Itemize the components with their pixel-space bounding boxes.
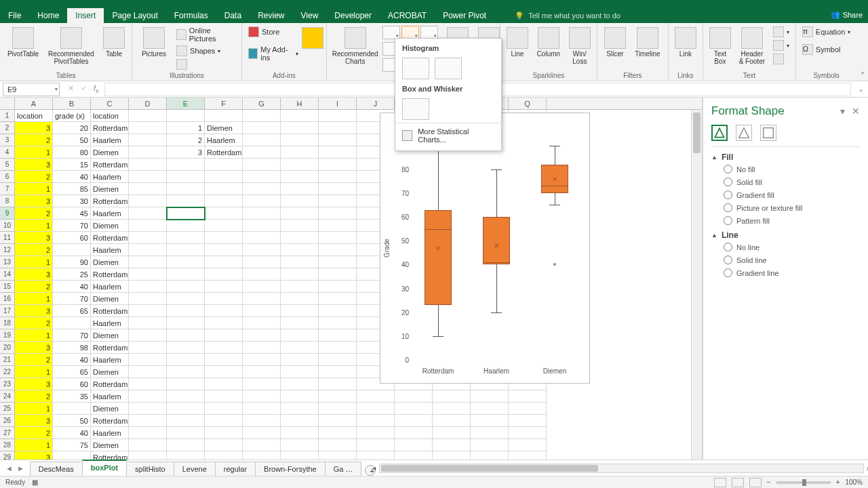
effects-tab[interactable] bbox=[736, 125, 752, 141]
cell[interactable] bbox=[395, 427, 433, 439]
cell[interactable] bbox=[357, 451, 395, 460]
cell[interactable] bbox=[509, 427, 547, 439]
col-header-C[interactable]: C bbox=[91, 98, 129, 109]
zoom-in-button[interactable]: + bbox=[836, 479, 840, 486]
cell[interactable] bbox=[243, 268, 281, 281]
cell[interactable] bbox=[433, 390, 471, 403]
cell[interactable] bbox=[357, 390, 395, 403]
cell[interactable] bbox=[281, 122, 319, 134]
cell[interactable] bbox=[243, 342, 281, 354]
cell[interactable] bbox=[167, 183, 205, 195]
cell[interactable] bbox=[509, 415, 547, 427]
cell[interactable] bbox=[167, 256, 205, 268]
cell[interactable]: 1 bbox=[15, 256, 53, 268]
option-solid-fill[interactable]: Solid fill bbox=[724, 178, 860, 186]
cell[interactable] bbox=[53, 403, 91, 415]
statistic-chart-button[interactable]: ▾ bbox=[401, 26, 419, 39]
cell[interactable] bbox=[205, 390, 243, 403]
row-header[interactable]: 5 bbox=[0, 159, 15, 171]
cell[interactable] bbox=[205, 329, 243, 342]
cell[interactable]: Diemen bbox=[91, 439, 129, 451]
cell[interactable] bbox=[205, 403, 243, 415]
cell[interactable]: location bbox=[15, 110, 53, 122]
cell[interactable] bbox=[281, 281, 319, 293]
header-footer-button[interactable]: Header & Footer bbox=[736, 26, 768, 66]
cell[interactable] bbox=[319, 134, 357, 146]
cell[interactable] bbox=[243, 244, 281, 256]
cell[interactable]: Diemen bbox=[91, 183, 129, 195]
normal-view-button[interactable] bbox=[714, 478, 726, 487]
row-header[interactable]: 27 bbox=[0, 427, 15, 439]
cell[interactable] bbox=[243, 378, 281, 390]
cell[interactable] bbox=[167, 159, 205, 171]
bing-maps-button[interactable] bbox=[303, 26, 322, 50]
cell[interactable]: 3 bbox=[15, 378, 53, 390]
hscroll-left[interactable]: ◄ bbox=[369, 464, 378, 472]
row-header[interactable]: 22 bbox=[0, 366, 15, 378]
cell[interactable] bbox=[319, 427, 357, 439]
row-header[interactable]: 28 bbox=[0, 439, 15, 451]
cell[interactable]: 1 bbox=[15, 366, 53, 378]
col-header-Q[interactable]: Q bbox=[509, 98, 547, 109]
option-gradient-line[interactable]: Gradient line bbox=[724, 268, 860, 277]
hscroll-right[interactable]: ► bbox=[865, 464, 868, 472]
row-header[interactable]: 4 bbox=[0, 146, 15, 159]
ribbon-tab-page-layout[interactable]: Page Layout bbox=[104, 8, 165, 23]
cell[interactable] bbox=[281, 256, 319, 268]
sheet-tab-levene[interactable]: Levene bbox=[174, 462, 216, 476]
cell[interactable]: 1 bbox=[15, 439, 53, 451]
cell[interactable] bbox=[319, 110, 357, 122]
ribbon-tab-file[interactable]: File bbox=[0, 8, 29, 23]
option-no-fill[interactable]: No fill bbox=[724, 165, 860, 174]
cell[interactable] bbox=[509, 451, 547, 460]
cell[interactable]: Rotterdam bbox=[91, 122, 129, 134]
page-break-view-button[interactable] bbox=[749, 478, 762, 487]
cell[interactable] bbox=[129, 439, 167, 451]
cell[interactable]: Rotterdam bbox=[91, 451, 129, 460]
cell[interactable] bbox=[319, 354, 357, 366]
cell[interactable] bbox=[205, 195, 243, 207]
cell[interactable] bbox=[281, 305, 319, 317]
cell[interactable] bbox=[243, 354, 281, 366]
store-button[interactable]: Store bbox=[246, 26, 300, 38]
cell[interactable]: 70 bbox=[53, 220, 91, 232]
cell[interactable] bbox=[281, 110, 319, 122]
cell[interactable] bbox=[243, 427, 281, 439]
cell[interactable] bbox=[357, 403, 395, 415]
signature-button[interactable]: ▾ bbox=[771, 39, 791, 52]
cell[interactable]: 3 bbox=[15, 122, 53, 134]
cell[interactable]: Diemen bbox=[91, 403, 129, 415]
cell[interactable] bbox=[167, 342, 205, 354]
cell[interactable]: 3 bbox=[15, 268, 53, 281]
cell[interactable]: grade (x) bbox=[53, 110, 91, 122]
sheet-tab-regular[interactable]: regular bbox=[215, 462, 256, 476]
cell[interactable] bbox=[205, 427, 243, 439]
cell[interactable]: 2 bbox=[15, 390, 53, 403]
cell[interactable]: 2 bbox=[15, 427, 53, 439]
column-headers[interactable]: ABCDEFGHIJNOPQ bbox=[0, 98, 702, 110]
cell[interactable] bbox=[319, 329, 357, 342]
row-header[interactable]: 26 bbox=[0, 415, 15, 427]
cell[interactable]: 35 bbox=[53, 390, 91, 403]
cell[interactable] bbox=[319, 403, 357, 415]
more-statistical-charts[interactable]: More Statistical Charts... bbox=[395, 123, 501, 148]
cell[interactable] bbox=[243, 403, 281, 415]
sparkline-line-button[interactable]: Line bbox=[505, 26, 530, 59]
cell[interactable] bbox=[281, 403, 319, 415]
cell[interactable] bbox=[281, 159, 319, 171]
zoom-thumb[interactable] bbox=[802, 479, 806, 486]
cell[interactable] bbox=[167, 207, 205, 220]
worksheet-pane[interactable]: ABCDEFGHIJNOPQ 1locationgrade (x)locatio… bbox=[0, 98, 703, 460]
cell[interactable] bbox=[281, 232, 319, 244]
cell[interactable] bbox=[281, 415, 319, 427]
cell[interactable]: 1 bbox=[15, 146, 53, 159]
cell[interactable]: 2 bbox=[15, 317, 53, 329]
cell[interactable]: Rotterdam bbox=[91, 159, 129, 171]
worksheet-rows[interactable]: 1locationgrade (x)location2320Rotterdam1… bbox=[0, 110, 702, 460]
cell[interactable]: Rotterdam bbox=[91, 305, 129, 317]
col-header-B[interactable]: B bbox=[53, 98, 91, 109]
cell[interactable] bbox=[471, 403, 509, 415]
row-header[interactable]: 23 bbox=[0, 378, 15, 390]
cell[interactable]: Rotterdam bbox=[205, 146, 243, 159]
col-header-F[interactable]: F bbox=[205, 98, 243, 109]
